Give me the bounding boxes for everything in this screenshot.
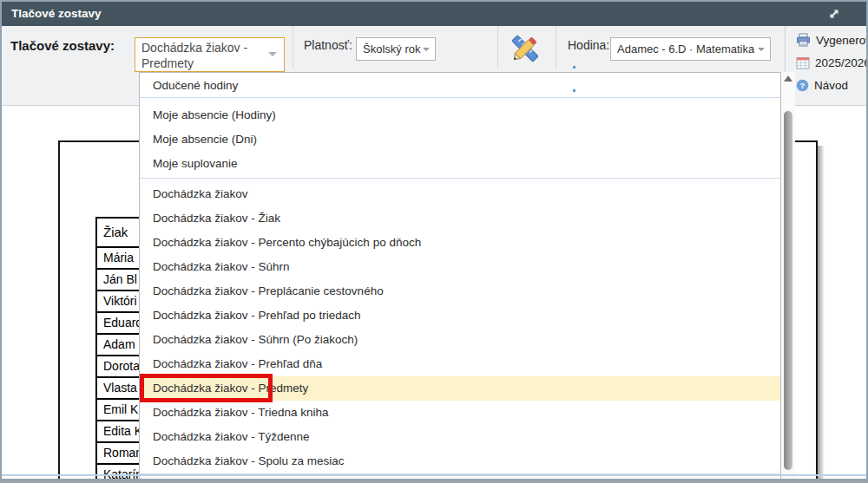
- dropdown-item[interactable]: Dochádzka žiakov - Percento chýbajúcich …: [140, 231, 780, 255]
- reports-label: Tlačové zostavy:: [10, 38, 115, 53]
- dropdown-item[interactable]: Dochádzka žiakov - Súhrn (Po žiakoch): [140, 328, 780, 352]
- print-reports-dialog: Tlačové zostavy Tlačové zostavy: Dochádz…: [0, 0, 868, 483]
- chevron-down-icon: [268, 52, 277, 56]
- school-year-link[interactable]: 2025/2026: [796, 53, 868, 72]
- report-dropdown-list: Odučené hodinyMoje absencie (Hodiny)Moje…: [139, 72, 781, 479]
- dropdown-item[interactable]: Dochádzka žiakov - Predmety: [140, 376, 780, 401]
- loading-dot: [573, 66, 575, 69]
- scrollbar-thumb[interactable]: [784, 111, 792, 470]
- svg-text:?: ?: [800, 81, 806, 90]
- chevron-down-icon: [758, 48, 765, 51]
- report-type-value: Dochádzka žiakov - Predmety: [135, 38, 284, 73]
- dropdown-item[interactable]: Dochádzka žiakov - Týždenne: [140, 425, 780, 449]
- dropdown-item[interactable]: Moje absencie (Hodiny): [140, 103, 780, 127]
- dialog-title: Tlačové zostavy: [11, 2, 102, 26]
- validity-select[interactable]: Školský rok: [356, 37, 436, 61]
- dropdown-item[interactable]: Odučené hodiny: [140, 74, 780, 97]
- validity-label: Platnosť:: [304, 38, 352, 52]
- expand-icon[interactable]: [828, 8, 840, 20]
- loading-dot: [573, 89, 575, 92]
- dropdown-item[interactable]: Dochádzka žiakov - Prehľad dňa: [140, 352, 780, 376]
- dropdown-scrollbar[interactable]: [781, 72, 795, 479]
- page-shadow: [818, 146, 825, 479]
- calendar-icon: [796, 56, 810, 69]
- toolbar-divider: [497, 26, 498, 69]
- toolbar-divider: [293, 26, 293, 69]
- toolbar-divider: [556, 26, 556, 69]
- printer-icon: [796, 33, 811, 47]
- dropdown-item[interactable]: Moje suplovanie: [140, 152, 780, 176]
- lesson-value: Adamec - 6.D · Matematika: [611, 38, 770, 60]
- dropdown-group: Moje absencie (Hodiny)Moje absencie (Dni…: [140, 98, 780, 178]
- report-type-combobox[interactable]: Dochádzka žiakov - Predmety: [135, 37, 285, 72]
- dropdown-item[interactable]: Dochádzka žiakov - Súhrn: [140, 255, 780, 279]
- scroll-up-arrow-icon[interactable]: [784, 75, 792, 82]
- lesson-label: Hodina:: [568, 38, 609, 52]
- dropdown-item[interactable]: Dochádzka žiakov - Prehľad po triedach: [140, 304, 780, 328]
- school-year-label: 2025/2026: [815, 56, 868, 69]
- dropdown-item[interactable]: Dochádzka žiakov - Spolu za mesiac: [140, 449, 780, 473]
- dropdown-group: Odučené hodiny: [140, 73, 780, 97]
- dropdown-group: Dochádzka žiakovDochádzka žiakov - ŽiakD…: [140, 179, 780, 473]
- dropdown-item[interactable]: Dochádzka žiakov - Preplácanie cestovnéh…: [140, 279, 780, 304]
- help-link[interactable]: ? Návod: [796, 75, 848, 95]
- generated-reports-link[interactable]: Vygenerov: [796, 30, 868, 49]
- right-action-panel: Vygenerov 2025/2026 ? Návod: [785, 26, 866, 106]
- help-icon: ?: [796, 79, 809, 92]
- generated-reports-label: Vygenerov: [816, 34, 868, 47]
- lesson-select[interactable]: Adamec - 6.D · Matematika: [610, 37, 771, 61]
- dropdown-item[interactable]: Dochádzka žiakov - Triedna kniha: [140, 401, 780, 425]
- edit-report-icon[interactable]: [508, 31, 542, 66]
- dropdown-item[interactable]: Moje absencie (Dni): [140, 127, 780, 152]
- dialog-titlebar: Tlačové zostavy: [2, 2, 866, 26]
- dialog-bottom-edge: [2, 474, 866, 476]
- help-label: Návod: [814, 79, 848, 92]
- dropdown-item[interactable]: Dochádzka žiakov: [140, 182, 780, 206]
- dropdown-item[interactable]: Dochádzka žiakov - Žiak: [140, 206, 780, 231]
- chevron-down-icon: [423, 48, 430, 51]
